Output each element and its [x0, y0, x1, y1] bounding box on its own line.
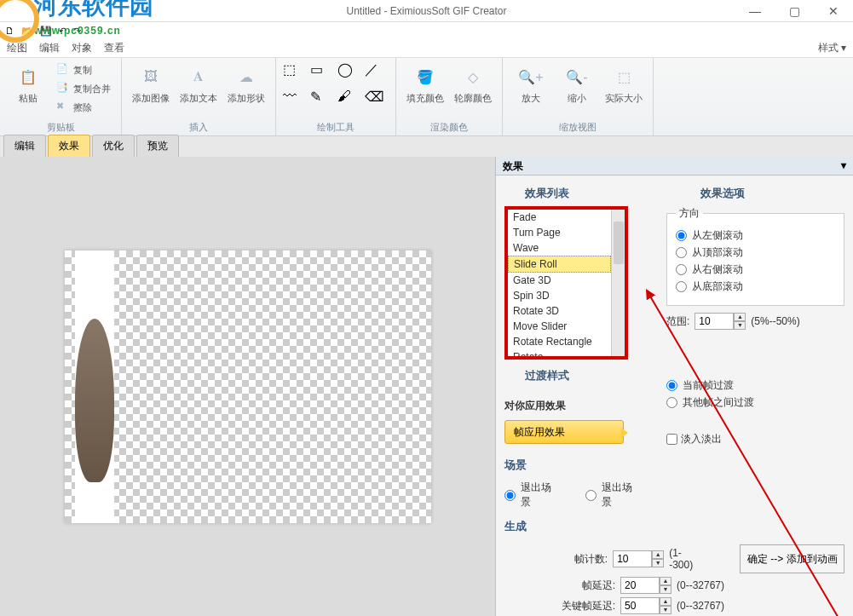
text-icon: 𝐀	[185, 63, 212, 90]
effect-item[interactable]: Slide Roll	[508, 256, 611, 273]
scene-enter-radio[interactable]: 退出场景	[585, 481, 641, 509]
erase-icon: ✖	[56, 101, 70, 114]
scene-header: 场景	[504, 458, 641, 473]
pencil-icon[interactable]: ✎	[310, 89, 334, 105]
range-hint: (5%--50%)	[751, 315, 799, 327]
ribbon-group-clipboard: 📋 粘贴 📄复制 📑复制合并 ✖擦除 剪贴板	[0, 58, 122, 135]
menu-style[interactable]: 样式 ▾	[818, 41, 846, 55]
ribbon-group-zoom: 🔍+放大 🔍-缩小 ⬚实际大小 缩放视图	[503, 58, 654, 135]
transition-header: 过渡样式	[525, 368, 641, 383]
effects-panel: 效果 ▾ 效果列表 FadeTurn PageWaveSlide RollGat…	[495, 157, 853, 616]
dir-right-radio[interactable]: 从右侧滚动	[676, 262, 835, 277]
copy-merge-button[interactable]: 📑复制合并	[53, 80, 114, 97]
dir-bottom-radio[interactable]: 从底部滚动	[676, 279, 835, 294]
minimize-button[interactable]: —	[735, 0, 775, 22]
copy-icon: 📄	[56, 63, 70, 77]
outline-color-button[interactable]: ◇轮廓颜色	[451, 61, 495, 107]
frames-label: 帧计数:	[556, 552, 608, 567]
effect-item[interactable]: Rotate Rectangle	[508, 334, 611, 349]
keydelay-label: 关键帧延迟:	[556, 599, 615, 613]
doc-tabs: 编辑 效果 优化 预览	[0, 136, 853, 157]
transparency-grid	[65, 250, 431, 523]
generate-header: 生成	[504, 519, 641, 534]
zoom100-icon: ⬚	[610, 63, 637, 90]
tab-edit[interactable]: 编辑	[3, 135, 46, 157]
ellipse-icon[interactable]: ◯	[337, 61, 361, 78]
dir-left-radio[interactable]: 从左侧滚动	[676, 228, 835, 243]
apply-effect-button[interactable]: 帧应用效果	[504, 420, 624, 444]
ribbon-group-insert: 🖼添加图像 𝐀添加文本 ☁添加形状 插入	[122, 58, 276, 135]
effect-item[interactable]: Turn Page	[508, 225, 611, 240]
menu-view[interactable]: 查看	[104, 41, 124, 55]
scene-exit-radio[interactable]: 退出场景	[504, 481, 560, 509]
zoom-actual-button[interactable]: ⬚实际大小	[602, 61, 646, 107]
bucket-icon: 🪣	[412, 63, 439, 90]
ribbon-group-color: 🪣填充颜色 ◇轮廓颜色 渲染颜色	[396, 58, 503, 135]
panel-dropdown-icon[interactable]: ▾	[841, 159, 846, 172]
direction-fieldset: 方向 从左侧滚动 从顶部滚动 从右侧滚动 从底部滚动	[666, 206, 844, 306]
delay-input[interactable]	[620, 577, 660, 594]
line-icon[interactable]: ／	[365, 61, 389, 79]
apply-header: 对你应用效果	[504, 399, 641, 413]
menubar: 绘图 编辑 对象 查看 样式 ▾	[0, 39, 853, 58]
zoomout-icon: 🔍-	[563, 63, 591, 90]
ribbon-group-drawtools: ⬚ ▭ ◯ ／ 〰 ✎ 🖌 ⌫ 绘制工具	[276, 58, 396, 135]
add-text-button[interactable]: 𝐀添加文本	[176, 61, 221, 107]
effects-list[interactable]: FadeTurn PageWaveSlide RollGate 3DSpin 3…	[508, 210, 611, 356]
range-input[interactable]	[695, 313, 734, 330]
options-header: 效果选项	[700, 186, 844, 201]
effect-item[interactable]: Rotate	[508, 349, 611, 356]
copy-button[interactable]: 📄复制	[53, 61, 114, 78]
effects-scrollbar[interactable]	[611, 210, 625, 356]
frames-input[interactable]	[613, 550, 652, 567]
range-down[interactable]: ▼	[734, 321, 746, 330]
curve-icon[interactable]: 〰	[283, 89, 307, 104]
menu-object[interactable]: 对象	[72, 41, 92, 55]
transition-other-radio[interactable]: 其他帧之间过渡	[666, 395, 844, 410]
delay-label: 帧延迟:	[556, 579, 615, 593]
image-icon: 🖼	[137, 63, 164, 90]
effects-list-box: FadeTurn PageWaveSlide RollGate 3DSpin 3…	[504, 206, 628, 360]
menu-edit[interactable]: 编辑	[39, 41, 60, 55]
image-content	[75, 250, 114, 523]
zoom-out-button[interactable]: 🔍-缩小	[556, 61, 598, 107]
menu-draw[interactable]: 绘图	[7, 41, 27, 55]
brush-icon[interactable]: 🖌	[337, 89, 361, 104]
effect-item[interactable]: Move Slider	[508, 319, 611, 334]
keydelay-input[interactable]	[620, 597, 660, 614]
range-label: 范围:	[666, 314, 689, 329]
canvas[interactable]	[65, 250, 431, 523]
add-shape-button[interactable]: ☁添加形状	[224, 61, 268, 107]
canvas-area[interactable]	[0, 157, 495, 616]
maximize-button[interactable]: ▢	[775, 0, 814, 22]
select-icon[interactable]: ⬚	[283, 61, 307, 78]
marquee-icon[interactable]: ▭	[310, 61, 334, 78]
range-up[interactable]: ▲	[734, 313, 746, 321]
website-watermark: 河东软件园 www.pc0359.cn	[0, 0, 153, 37]
eraser-icon[interactable]: ⌫	[365, 89, 389, 105]
dir-top-radio[interactable]: 从顶部滚动	[676, 245, 835, 260]
effect-item[interactable]: Rotate 3D	[508, 303, 611, 319]
transition-current-radio[interactable]: 当前帧过渡	[666, 378, 844, 393]
delay-hint: (0--32767)	[677, 579, 724, 591]
tab-preview[interactable]: 预览	[136, 135, 179, 157]
fade-checkbox[interactable]: 淡入淡出	[666, 432, 844, 446]
paste-icon: 📋	[14, 63, 42, 90]
tab-optimize[interactable]: 优化	[92, 135, 135, 157]
add-image-button[interactable]: 🖼添加图像	[129, 61, 173, 107]
effect-item[interactable]: Fade	[508, 210, 611, 225]
zoom-in-button[interactable]: 🔍+放大	[510, 61, 552, 107]
copymerge-icon: 📑	[56, 82, 70, 95]
shape-icon: ☁	[233, 63, 260, 90]
erase-button[interactable]: ✖擦除	[53, 99, 114, 116]
close-button[interactable]: ✕	[814, 0, 853, 22]
window-title: Untitled - EximiousSoft GIF Creator	[346, 5, 506, 17]
paste-button[interactable]: 📋 粘贴	[7, 61, 49, 107]
effect-item[interactable]: Gate 3D	[508, 273, 611, 288]
tab-effects[interactable]: 效果	[48, 135, 90, 157]
outline-icon: ◇	[459, 63, 487, 90]
confirm-button[interactable]: 确定 --> 添加到动画	[740, 544, 844, 573]
effect-item[interactable]: Wave	[508, 240, 611, 256]
fill-color-button[interactable]: 🪣填充颜色	[403, 61, 447, 107]
effect-item[interactable]: Spin 3D	[508, 288, 611, 303]
